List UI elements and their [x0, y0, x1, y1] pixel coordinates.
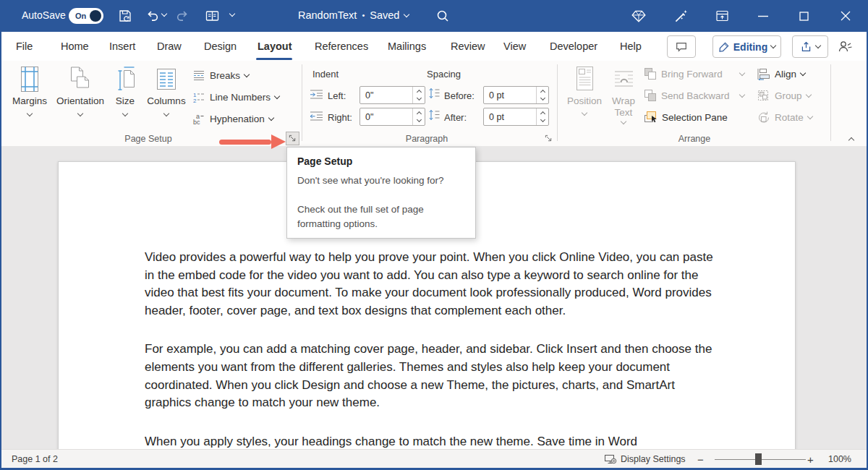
margins-button[interactable]: Margins: [9, 64, 51, 116]
columns-button[interactable]: Columns: [143, 64, 190, 116]
undo-icon[interactable]: [145, 9, 159, 23]
line-numbers-icon: 12: [192, 91, 205, 103]
line-numbers-button[interactable]: 12 Line Numbers: [192, 88, 279, 106]
editor-wand-icon[interactable]: [673, 8, 689, 24]
indent-left-spinner[interactable]: [412, 87, 425, 103]
editing-mode-label: Editing: [733, 41, 767, 53]
document-text[interactable]: Video provides a powerful way to help yo…: [145, 249, 715, 449]
indent-left-input[interactable]: 0": [359, 86, 425, 104]
share-button[interactable]: [792, 35, 828, 58]
tooltip-body-line2: Check out the full set of page formattin…: [297, 202, 451, 231]
close-button[interactable]: [841, 11, 851, 21]
breaks-label: Breaks: [210, 70, 240, 81]
chevron-down-icon: [770, 43, 776, 48]
document-title[interactable]: RandomText • Saved: [298, 9, 409, 21]
zoom-out-button[interactable]: −: [697, 450, 704, 469]
search-icon[interactable]: [435, 9, 450, 23]
bring-forward-button: Bring Forward: [644, 65, 744, 82]
tab-design[interactable]: Design: [204, 32, 237, 61]
tab-help[interactable]: Help: [620, 32, 642, 61]
margins-icon: [19, 64, 41, 94]
spacing-after-input[interactable]: 0 pt: [483, 108, 549, 126]
paragraph: Video provides a powerful way to help yo…: [145, 249, 715, 320]
margins-label: Margins: [12, 95, 47, 107]
premium-diamond-icon[interactable]: [631, 8, 647, 24]
share-icon: [800, 40, 812, 53]
tab-file[interactable]: File: [16, 32, 33, 61]
ribbon-layout-tab: Margins Orientation Size Columns Breaks …: [0, 61, 868, 147]
presence-people-icon[interactable]: [837, 39, 853, 54]
status-bar: Page 1 of 2 Display Settings − + 100%: [1, 449, 867, 469]
spacing-after-spinner[interactable]: [536, 108, 548, 125]
toggle-knob: [90, 10, 101, 22]
size-button[interactable]: Size: [110, 64, 140, 116]
save-icon[interactable]: [118, 9, 132, 23]
breaks-button[interactable]: Breaks: [192, 67, 249, 84]
position-icon: [575, 64, 595, 94]
orientation-button[interactable]: Orientation: [52, 64, 109, 116]
tab-references[interactable]: References: [315, 32, 368, 61]
chevron-down-icon: [739, 91, 744, 97]
pencil-icon: [718, 41, 730, 53]
tab-insert[interactable]: Insert: [109, 32, 135, 61]
ribbon-display-options-icon[interactable]: [715, 9, 730, 23]
chevron-down-icon: [274, 93, 280, 98]
indent-left-value: 0": [365, 90, 373, 101]
minimize-button[interactable]: [758, 15, 768, 17]
selection-pane-label: Selection Pane: [662, 112, 728, 123]
tab-home[interactable]: Home: [61, 32, 89, 61]
zoom-slider-thumb[interactable]: [755, 453, 762, 465]
maximize-button[interactable]: [799, 12, 809, 21]
page-indicator[interactable]: Page 1 of 2: [12, 450, 58, 469]
indent-right-spinner[interactable]: [412, 108, 425, 125]
tab-draw[interactable]: Draw: [157, 32, 182, 61]
wrap-text-icon: [613, 64, 634, 94]
align-button[interactable]: Align: [757, 65, 805, 82]
rotate-button: Rotate: [757, 108, 812, 126]
bring-forward-label: Bring Forward: [661, 69, 723, 80]
save-status: Saved: [370, 9, 399, 21]
tab-developer[interactable]: Developer: [550, 32, 597, 61]
spacing-before-spinner[interactable]: [536, 87, 548, 103]
spacing-before-input[interactable]: 0 pt: [483, 86, 549, 104]
display-settings-button[interactable]: Display Settings: [604, 450, 686, 469]
indent-right-input[interactable]: 0": [359, 108, 425, 126]
align-icon: [757, 68, 770, 80]
undo-dropdown-chevron-icon[interactable]: [162, 14, 166, 16]
send-backward-button: Send Backward: [644, 87, 744, 104]
editing-mode-button[interactable]: Editing: [712, 35, 781, 58]
page-setup-group-label: Page Setup: [109, 134, 188, 144]
selection-pane-button[interactable]: Selection Pane: [644, 108, 728, 126]
zoom-level[interactable]: 100%: [828, 450, 851, 469]
indent-right-label: Right:: [328, 112, 352, 123]
indent-left-label: Left:: [328, 90, 346, 101]
columns-label: Columns: [147, 95, 185, 107]
tab-layout[interactable]: Layout: [258, 32, 292, 61]
tab-review[interactable]: Review: [451, 32, 485, 61]
comments-button[interactable]: [667, 35, 696, 58]
chevron-down-icon: [163, 111, 169, 116]
svg-text:2: 2: [193, 98, 197, 103]
tab-mailings[interactable]: Mailings: [388, 32, 426, 61]
tab-view[interactable]: View: [503, 32, 526, 61]
indent-left-icon: [310, 89, 323, 103]
group-divider: [557, 64, 558, 141]
chevron-down-icon: [815, 43, 821, 48]
paragraph-dialog-launcher[interactable]: [542, 132, 555, 145]
chevron-down-icon: [800, 69, 806, 75]
zoom-in-button[interactable]: +: [807, 450, 814, 469]
svg-text:bc: bc: [193, 119, 200, 125]
customize-toolbar-chevron-icon[interactable]: [230, 14, 234, 16]
hyphenation-button[interactable]: abc Hyphenation: [192, 110, 273, 127]
orientation-label: Orientation: [56, 95, 104, 107]
chevron-down-icon: [122, 111, 128, 116]
chevron-down-icon: [621, 119, 626, 124]
hyphenation-icon: abc: [192, 113, 205, 125]
chevron-down-icon: [27, 111, 33, 116]
collapse-ribbon-chevron-icon[interactable]: [849, 132, 854, 145]
page-setup-dialog-launcher[interactable]: [286, 132, 299, 145]
autosave-toggle[interactable]: On: [69, 8, 103, 24]
spacing-after-icon: [428, 109, 441, 124]
chevron-down-icon: [805, 91, 811, 97]
read-mode-icon[interactable]: [205, 9, 220, 23]
